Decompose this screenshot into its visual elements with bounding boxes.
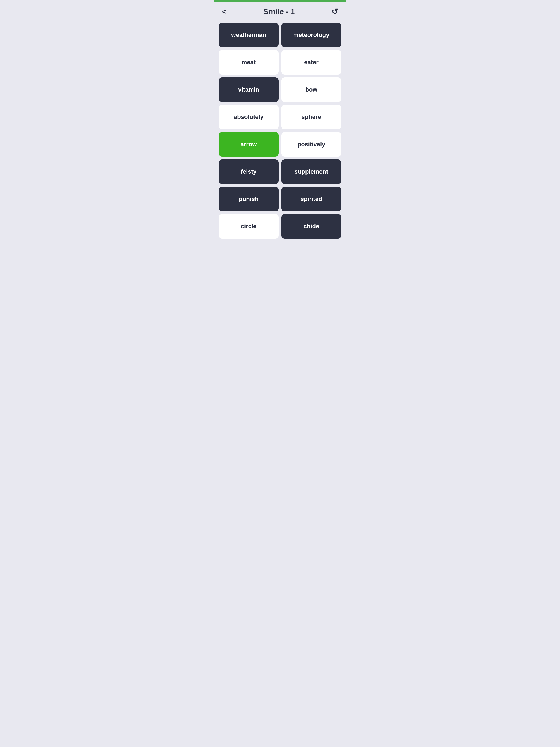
- card-vitamin[interactable]: vitamin: [219, 77, 279, 102]
- card-weatherman[interactable]: weatherman: [219, 23, 279, 47]
- card-supplement[interactable]: supplement: [281, 159, 341, 184]
- refresh-button[interactable]: ↻: [330, 6, 340, 17]
- card-bow[interactable]: bow: [281, 77, 341, 102]
- card-label-bow: bow: [305, 86, 317, 93]
- card-label-spirited: spirited: [301, 196, 322, 203]
- card-meteorology[interactable]: meteorology: [281, 23, 341, 47]
- card-label-feisty: feisty: [241, 168, 256, 175]
- card-label-supplement: supplement: [295, 168, 328, 175]
- header: < Smile - 1 ↻: [214, 2, 346, 21]
- card-eater[interactable]: eater: [281, 50, 341, 75]
- page-title: Smile - 1: [229, 7, 330, 16]
- card-circle[interactable]: circle: [219, 214, 279, 239]
- back-button[interactable]: <: [220, 6, 229, 17]
- card-label-punish: punish: [239, 196, 258, 203]
- card-sphere[interactable]: sphere: [281, 105, 341, 129]
- card-label-chide: chide: [304, 223, 319, 230]
- card-arrow[interactable]: arrow: [219, 132, 279, 157]
- card-label-sphere: sphere: [301, 113, 321, 121]
- card-label-circle: circle: [241, 223, 257, 230]
- refresh-icon: ↻: [332, 7, 338, 16]
- card-chide[interactable]: chide: [281, 214, 341, 239]
- card-absolutely[interactable]: absolutely: [219, 105, 279, 129]
- card-label-eater: eater: [304, 59, 319, 66]
- card-label-positively: positively: [298, 141, 325, 148]
- card-feisty[interactable]: feisty: [219, 159, 279, 184]
- card-label-meteorology: meteorology: [293, 31, 329, 38]
- card-meat[interactable]: meat: [219, 50, 279, 75]
- card-label-absolutely: absolutely: [234, 113, 263, 121]
- card-label-arrow: arrow: [240, 141, 257, 148]
- card-grid: weathermanmeteorologymeateatervitaminbow…: [214, 21, 346, 244]
- card-label-vitamin: vitamin: [238, 86, 259, 93]
- card-positively[interactable]: positively: [281, 132, 341, 157]
- card-punish[interactable]: punish: [219, 187, 279, 211]
- card-label-meat: meat: [242, 59, 256, 66]
- card-spirited[interactable]: spirited: [281, 187, 341, 211]
- card-label-weatherman: weatherman: [231, 31, 266, 38]
